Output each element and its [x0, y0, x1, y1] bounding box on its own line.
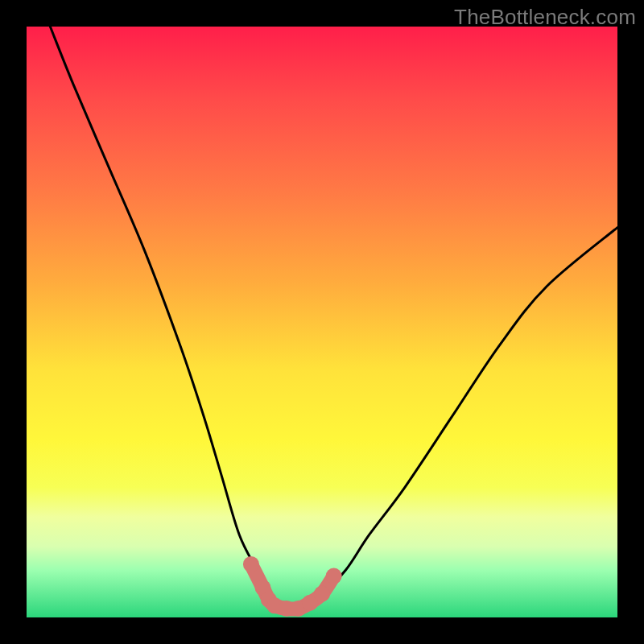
optimal-range-dot [243, 556, 259, 572]
chart-frame: TheBottleneck.com [0, 0, 644, 644]
optimal-range-dot [326, 568, 342, 584]
chart-svg [27, 27, 617, 617]
bottleneck-curve [50, 27, 617, 612]
optimal-range-dot [314, 586, 330, 602]
watermark-text: TheBottleneck.com [454, 5, 636, 30]
optimal-range-highlight [243, 556, 342, 617]
chart-plot-area [27, 27, 617, 617]
